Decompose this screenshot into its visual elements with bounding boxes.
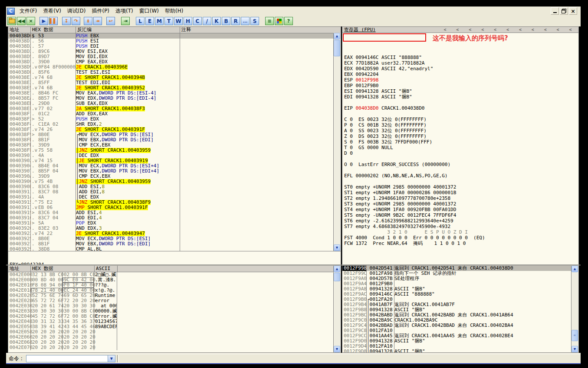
disasm-row[interactable]: 00403923.v74 22JE SHORT CRACK1.00403947 xyxy=(8,231,341,236)
view-source-button[interactable]: S xyxy=(250,17,259,25)
menu-item-options[interactable]: 选项(T) xyxy=(112,7,136,16)
view-call-stack-button[interactable]: K xyxy=(212,17,221,25)
disasm-row[interactable]: 004038ED.29D0SUB EAX,EDX xyxy=(8,101,341,106)
register-line[interactable] xyxy=(344,111,578,117)
stack-row[interactable]: 0012F9C4│0042BBAD返回到 CRACK1.0042BBAD 来自 … xyxy=(342,323,578,328)
view-references-button[interactable]: R xyxy=(231,17,240,25)
disasm-row[interactable]: 00403927.8B1FMOV EBX,DWORD PTR DS:[EDI] xyxy=(8,241,341,247)
stack-row[interactable]: 0012F9AC 0094146CASCII "888888" xyxy=(342,292,578,297)
register-line[interactable]: ST7 empty 4.6868382497032745900e-4932 xyxy=(344,224,578,229)
register-line[interactable]: FCW 1372 Prec NEAR,64 掩码 1 1 0 0 1 0 xyxy=(344,241,578,246)
register-line[interactable]: C 0 ES 0023 32位 0(FFFFFFFF) xyxy=(344,117,578,122)
register-line[interactable]: EDI 00941328 ASCII "捆B" xyxy=(344,94,578,100)
register-line[interactable]: ESP 0012F998 xyxy=(344,77,578,83)
animate-over-button[interactable]: ↠ xyxy=(93,17,102,25)
disasm-row[interactable]: 004038D3.89C6MOV ESI,EAX xyxy=(8,49,341,54)
disasm-row[interactable]: 00403901.4A│DEC EDX xyxy=(8,153,341,158)
register-line[interactable]: FST 4000 Cond 1 0 0 0 Err 0 0 0 0 0 0 0 … xyxy=(344,235,578,241)
go-to-address-button[interactable]: ⇥ xyxy=(121,17,130,25)
animate-into-button[interactable]: ↡ xyxy=(84,17,92,25)
disasm-row[interactable]: 004038D5.89D7MOV EDI,EDX xyxy=(8,54,341,59)
disasm-row[interactable]: 004038F9>8B0E┌MOV ECX,DWORD PTR DS:[ESI] xyxy=(8,132,341,137)
open-file-button[interactable] xyxy=(7,17,16,25)
disasm-row[interactable]: 004038D0$53PUSH EBX xyxy=(8,33,341,39)
menu-item-view[interactable]: 查看(V) xyxy=(40,7,64,16)
menu-item-debug[interactable]: 调试(D) xyxy=(64,7,89,16)
stack-row[interactable]: 0012F9D4│0012FA10 xyxy=(342,344,578,349)
disasm-row[interactable]: 00403904.8B4E 04│MOV ECX,DWORD PTR DS:[E… xyxy=(8,163,341,169)
combo-dropdown-arrow[interactable]: ▼ xyxy=(108,355,115,362)
disasm-row[interactable]: 00403907.8B5F 04│MOV EBX,DWORD PTR DS:[E… xyxy=(8,169,341,174)
register-line[interactable]: EAX 0094146C ASCII "888888" xyxy=(344,55,578,60)
stack-row[interactable]: 0012F9A8 00941328ASCII "捆B" xyxy=(342,287,578,292)
disasm-row[interactable]: 004038FF.v75 58│JNZ SHORT CRACK1.0040395… xyxy=(8,148,341,153)
view-run-trace-button[interactable]: ... xyxy=(241,17,250,25)
stack-row[interactable]: 0012F9BC│0042BABD返回到 CRACK1.0042BABD 来自 … xyxy=(342,313,578,318)
restore-button[interactable] xyxy=(560,7,568,15)
register-line[interactable]: A 0 SS 0023 32位 0(FFFFFFFF) xyxy=(344,128,578,134)
disasm-row[interactable]: 00403925.8B0EMOV ECX,DWORD PTR DS:[ESI] xyxy=(8,236,341,241)
disasm-row[interactable]: 00403902.v74 15│JE SHORT CRACK1.00403919 xyxy=(8,158,341,163)
command-input[interactable] xyxy=(26,355,108,362)
register-line[interactable]: EDX 0042D590 ASCII 42,"enadryl" xyxy=(344,66,578,72)
register-line[interactable]: D 0 xyxy=(344,150,578,156)
disasm-row[interactable]: 004038D7.39D0CMP EAX,EDX xyxy=(8,59,341,65)
disasm-row[interactable]: 004038DF.85F6TEST ESI,ESI xyxy=(8,70,341,75)
menu-item-window[interactable]: 窗口(W) xyxy=(136,7,162,16)
disasm-row[interactable]: 00403914.4A│DEC EDX xyxy=(8,195,341,200)
register-line[interactable] xyxy=(344,179,578,184)
register-line[interactable]: ST1 empty +UNORM 1FA0 00000286 0000001B xyxy=(344,190,578,195)
close-program-button[interactable]: × xyxy=(26,17,35,25)
register-line[interactable]: ESI 00941328 ASCII "捆B" xyxy=(344,88,578,94)
register-line[interactable]: ST6 empty -2.6162399688212993640e+4259 xyxy=(344,218,578,224)
disasm-row[interactable]: 004038F7.v74 26JE SHORT CRACK1.0040391F xyxy=(8,127,341,132)
disasm-row[interactable]: 0040391F>5APOP EDX xyxy=(8,221,341,226)
pause-button[interactable]: ▌▌ xyxy=(49,17,58,25)
stack-row[interactable]: 0012F9B8│00941328ASCII "捆B" xyxy=(342,307,578,313)
stack-row[interactable]: 0012F9CC│0041AA45返回到 CRACK1.0041AA45 来自 … xyxy=(342,333,578,339)
register-line[interactable]: ST0 empty +UNORM 2985 00000000 40001372 xyxy=(344,184,578,190)
step-over-button[interactable]: ↷ xyxy=(72,17,80,25)
app-icon[interactable]: C xyxy=(7,8,15,15)
register-line[interactable]: P 0 CS 001B 32位 0(FFFFFFFF) xyxy=(344,122,578,128)
register-line[interactable]: 3 2 1 0 E S P U O Z D I xyxy=(344,229,578,235)
disasm-row[interactable]: 004038FD.39D9│CMP ECX,EBX xyxy=(8,143,341,148)
stack-row[interactable]: 0012F998 0042D541返回到 CRACK1.0042D541 来自 … xyxy=(342,266,578,271)
disasm-row[interactable]: 004038EA.8B57 FCMOV EDX,DWORD PTR DS:[ED… xyxy=(8,96,341,101)
register-line[interactable]: EFL 00000202 (NO,NB,NE,A,NS,PO,GE,G) xyxy=(344,173,578,179)
disasm-row[interactable]: 0040390C.v75 4B│JNZ SHORT CRACK1.0040395… xyxy=(8,179,341,184)
disasm-row[interactable]: 0040390A.39D9│CMP ECX,EBX xyxy=(8,174,341,179)
register-line[interactable] xyxy=(344,100,578,105)
help-button[interactable]: ? xyxy=(284,17,293,25)
register-line[interactable]: EIP 004038D0 CRACK1.004038D0 xyxy=(344,105,578,111)
stack-row[interactable]: 0012F9D8│00941328ASCII "捆B" xyxy=(342,349,578,353)
view-memory-button[interactable]: M xyxy=(155,17,164,25)
minimize-button[interactable] xyxy=(551,7,559,15)
register-line[interactable]: ST5 empty -UNORM 9B2C 0012FEC4 7FFDF6F4 xyxy=(344,212,578,218)
menu-item-plugins[interactable]: 插件(P) xyxy=(89,7,112,16)
disasm-row[interactable]: 004038F3>52PUSH EDX xyxy=(8,117,341,122)
view-threads-button[interactable]: T xyxy=(164,17,173,25)
disasm-row[interactable]: 00403917.vEB 06JMP SHORT CRACK1.0040391F xyxy=(8,205,341,210)
register-line[interactable] xyxy=(344,167,578,173)
run-button[interactable]: ▶ xyxy=(39,17,48,25)
appearance-button[interactable] xyxy=(275,17,283,25)
stack-row[interactable]: 0012F9D0│00941328ASCII "捆B" xyxy=(342,339,578,344)
register-line[interactable]: EBX 00942204 xyxy=(344,72,578,77)
register-line[interactable]: ECX 77D1882A user32.77D1882A xyxy=(344,60,578,66)
register-line[interactable] xyxy=(344,156,578,162)
view-windows-button[interactable]: W xyxy=(174,17,183,25)
stack-scrollbar[interactable]: ▲ ≡ ▼ xyxy=(571,266,578,352)
disasm-row[interactable]: 004038FB.8B1F│MOV EBX,DWORD PTR DS:[EDI] xyxy=(8,137,341,143)
view-breakpoints-button[interactable]: B xyxy=(222,17,230,25)
disasm-row[interactable]: 004038D1.56PUSH ESI xyxy=(8,39,341,44)
step-into-button[interactable]: ↧ xyxy=(62,17,71,25)
menu-item-file[interactable]: 文件(F) xyxy=(16,7,40,16)
register-line[interactable]: T 0 GS 0000 NULL xyxy=(344,145,578,150)
disasm-row[interactable]: 00403929.38D8CMP AL,BL xyxy=(8,247,341,251)
stack-row[interactable]: 0012F9B0┌0012FA20 xyxy=(342,297,578,302)
stack-row[interactable]: 0012F9C0│0042BA9CCRACK1.0042BA9C xyxy=(342,318,578,323)
register-line[interactable]: EBP 0012F9B0 xyxy=(344,83,578,88)
register-line[interactable]: Z 0 DS 0023 32位 0(FFFFFFFF) xyxy=(344,134,578,139)
disasm-row[interactable]: 004038E5.v74 6BJE SHORT CRACK1.00403952 xyxy=(8,85,341,91)
